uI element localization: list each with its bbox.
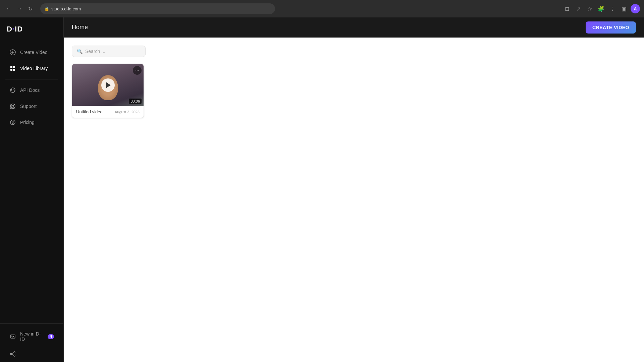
svg-rect-4 xyxy=(13,66,15,68)
svg-rect-5 xyxy=(10,69,12,71)
sidebar-item-create-video-label: Create Video xyxy=(20,50,47,55)
svg-rect-6 xyxy=(13,69,15,71)
logo-text: D·ID xyxy=(7,25,23,34)
share-icon[interactable]: ↗ xyxy=(574,4,583,13)
svg-point-18 xyxy=(10,353,12,355)
topbar-right: CREATE VIDEO xyxy=(586,21,636,34)
video-info: Untitled video August 3, 2023 xyxy=(72,106,144,118)
api-docs-icon xyxy=(9,87,16,94)
sidebar-item-new-in-did-label: New in D-ID xyxy=(20,331,42,342)
svg-point-9 xyxy=(12,105,14,107)
sidebar-logo: D·ID xyxy=(0,17,63,41)
sidebar-item-video-library[interactable]: Video Library xyxy=(3,61,61,76)
search-input[interactable] xyxy=(85,49,141,54)
app-container: D·ID Create Video xyxy=(0,17,644,362)
sidebar-item-new-in-did[interactable]: New in D-ID N xyxy=(3,327,61,346)
grid-icon xyxy=(9,65,16,72)
forward-button[interactable]: → xyxy=(15,4,24,13)
sidebar-item-video-library-label: Video Library xyxy=(20,66,48,71)
create-video-button[interactable]: CREATE VIDEO xyxy=(586,21,636,34)
sidebar-item-api-docs[interactable]: API Docs xyxy=(3,83,61,98)
cast-icon[interactable]: ⊡ xyxy=(562,4,572,13)
sidebar-item-pricing[interactable]: $ Pricing xyxy=(3,115,61,130)
sidebar-item-create-video[interactable]: Create Video xyxy=(3,45,61,60)
share-icon xyxy=(9,351,16,357)
url-text: studio.d-id.com xyxy=(51,6,81,11)
plus-icon xyxy=(9,49,16,56)
sidebar-item-support[interactable]: Support xyxy=(3,99,61,114)
svg-point-17 xyxy=(14,352,15,353)
sidebar-divider xyxy=(5,79,58,79)
extension-icon[interactable]: 🧩 xyxy=(596,4,606,13)
page-title: Home xyxy=(72,24,88,31)
reload-button[interactable]: ↻ xyxy=(25,4,35,13)
search-container: 🔍 xyxy=(72,46,636,57)
menu-icon[interactable]: ⋮ xyxy=(608,4,617,13)
lock-icon: 🔒 xyxy=(44,6,49,11)
back-button[interactable]: ← xyxy=(4,4,13,13)
video-thumbnail: ··· 00:06 xyxy=(72,64,144,106)
play-button[interactable] xyxy=(101,78,115,92)
support-icon xyxy=(9,103,16,110)
video-duration: 00:06 xyxy=(129,99,142,104)
sidebar: D·ID Create Video xyxy=(0,17,64,362)
svg-line-21 xyxy=(12,354,14,355)
video-title: Untitled video xyxy=(76,109,103,114)
sidebar-nav: Create Video Video Library xyxy=(0,41,63,323)
browser-nav-buttons: ← → ↻ xyxy=(4,4,35,13)
video-date: August 3, 2023 xyxy=(115,110,140,114)
content-area: 🔍 ··· 00: xyxy=(64,38,644,362)
topbar: Home CREATE VIDEO xyxy=(64,17,644,38)
sidebar-toggle-icon[interactable]: ▣ xyxy=(619,4,629,13)
browser-chrome: ← → ↻ 🔒 studio.d-id.com ⊡ ↗ ☆ 🧩 ⋮ ▣ A xyxy=(0,0,644,17)
search-input-wrapper: 🔍 xyxy=(72,46,146,57)
new-in-did-icon xyxy=(9,333,16,340)
bookmark-icon[interactable]: ☆ xyxy=(585,4,594,13)
svg-point-19 xyxy=(14,355,15,356)
browser-profile-button[interactable]: A xyxy=(631,4,640,13)
search-icon: 🔍 xyxy=(77,49,83,54)
svg-line-20 xyxy=(12,353,14,354)
main-content: Home CREATE VIDEO 🔍 xyxy=(64,17,644,362)
address-bar[interactable]: 🔒 studio.d-id.com xyxy=(40,3,275,14)
new-badge: N xyxy=(48,334,54,339)
video-more-button[interactable]: ··· xyxy=(133,66,142,75)
sidebar-item-pricing-label: Pricing xyxy=(20,120,35,125)
video-card[interactable]: ··· 00:06 Untitled video August 3, 2023 xyxy=(72,64,144,118)
browser-toolbar-right: ⊡ ↗ ☆ 🧩 ⋮ ▣ A xyxy=(562,4,640,13)
sidebar-item-api-docs-label: API Docs xyxy=(20,87,40,93)
sidebar-item-support-label: Support xyxy=(20,104,37,109)
sidebar-item-account[interactable] xyxy=(3,347,61,361)
svg-rect-3 xyxy=(10,66,12,68)
play-icon xyxy=(106,82,111,88)
video-grid: ··· 00:06 Untitled video August 3, 2023 xyxy=(72,64,636,118)
sidebar-bottom-section: New in D-ID N xyxy=(0,323,63,362)
svg-text:$: $ xyxy=(12,121,14,124)
pricing-icon: $ xyxy=(9,119,16,126)
